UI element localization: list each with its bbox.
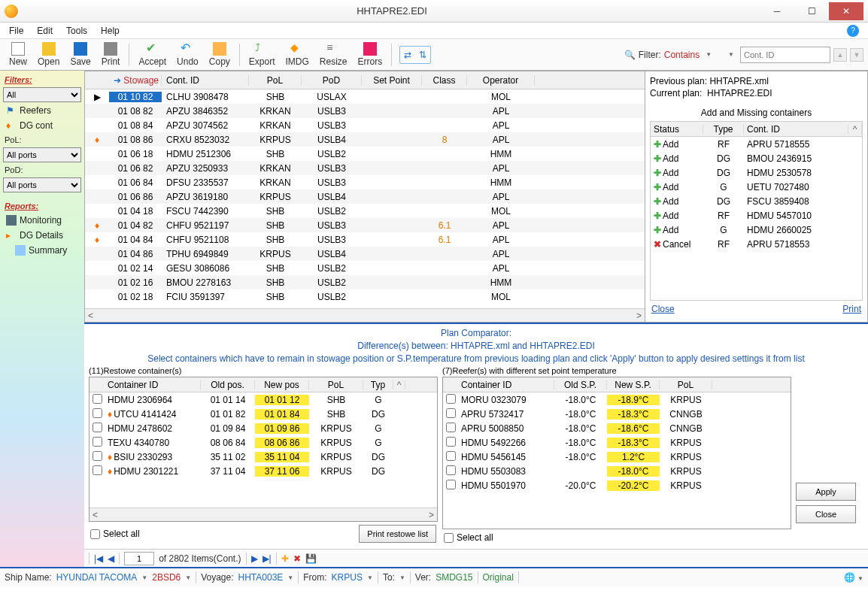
errors-button[interactable]: Errors (354, 41, 387, 68)
imdg-button[interactable]: ◆IMDG (281, 41, 314, 68)
sidebar-dg-details[interactable]: ▸DG Details (3, 229, 81, 242)
sidebar-reefers[interactable]: ⚑Reefers (3, 104, 81, 117)
minimize-button[interactable]: ─ (760, 2, 794, 20)
menu-tools[interactable]: Tools (66, 26, 87, 36)
col-operator[interactable]: Operator (467, 75, 535, 86)
filter-mode[interactable]: Contains (664, 50, 700, 60)
filter-input[interactable] (740, 47, 830, 63)
toggle-left-icon[interactable]: ⇄ (400, 47, 415, 63)
reefer-col-id[interactable]: Container ID (458, 380, 554, 390)
add-missing-table[interactable]: Status Type Cont. ID ^ ✚ AddRFAPRU 57185… (650, 121, 863, 301)
reefer-row[interactable]: HDMU 5456145-18.0°C1.2°CKRPUS (443, 450, 791, 464)
export-button[interactable]: ⤴Export (244, 41, 280, 68)
reefer-table[interactable]: Container ID Old S.P. New S.P. PoL MORU … (442, 377, 791, 529)
grid-row[interactable]: 01 06 18HDMU 2512306SHBUSLB2HMM (85, 147, 645, 161)
restowe-col-id[interactable]: Container ID (105, 380, 201, 390)
save-row-icon[interactable]: 💾 (305, 553, 317, 564)
reefer-row[interactable]: HDMU 5501970-20.0°C-20.2°CKRPUS (443, 478, 791, 492)
restowe-row[interactable]: ♦ UTCU 414142401 01 8201 01 84SHBDG (90, 407, 437, 421)
restowe-row[interactable]: ♦ HDMU 230122137 11 0437 11 06KRPUSDG (90, 464, 437, 478)
pod-select[interactable]: All ports (3, 177, 81, 192)
col-pod[interactable]: PoD (302, 75, 362, 86)
filter-field-dropdown-icon[interactable]: ▼ (725, 51, 737, 58)
rp-row[interactable]: ✚ AddGHDMU 2660025 (651, 223, 862, 237)
scroll-left-icon[interactable]: < (88, 311, 93, 321)
grid-row[interactable]: 01 02 16BMOU 2278163SHBUSLB2HMM (85, 275, 645, 289)
print-button[interactable]: Print (97, 41, 125, 68)
filter-down-icon[interactable]: ▼ (850, 48, 863, 62)
sidebar-monitoring[interactable]: Monitoring (3, 214, 81, 227)
grid-row[interactable]: 01 08 84APZU 3074562KRKANUSLB3APL (85, 118, 645, 132)
rp-row[interactable]: ✖ CancelRFAPRU 5718553 (651, 237, 862, 251)
rp-col-status[interactable]: Status (651, 124, 703, 135)
grid-row[interactable]: 01 02 18FCIU 3591397SHBUSLB2MOL (85, 289, 645, 304)
reefer-row[interactable]: APRU 5008850-18.0°C-18.6°CCNNGB (443, 421, 791, 435)
rp-row[interactable]: ✚ AddDGHDMU 2530578 (651, 165, 862, 180)
filter-mode-dropdown-icon[interactable]: ▼ (703, 51, 715, 58)
main-grid[interactable]: ➜ Stowage Cont. ID PoL PoD Set Point Cla… (84, 71, 645, 323)
grid-row[interactable]: 01 02 14GESU 3086086SHBUSLB2APL (85, 261, 645, 275)
copy-button[interactable]: Copy (205, 41, 235, 68)
sidebar-summary[interactable]: Summary (3, 244, 81, 257)
page-input[interactable] (124, 552, 154, 565)
rp-row[interactable]: ✚ AddDGBMOU 2436915 (651, 151, 862, 165)
from-dropdown-icon[interactable]: ▼ (367, 574, 373, 581)
globe-icon[interactable]: 🌐 ▼ (844, 572, 863, 583)
col-pol[interactable]: PoL (249, 75, 302, 86)
prev-page-icon[interactable]: ◀ (108, 553, 114, 564)
to-dropdown-icon[interactable]: ▼ (399, 574, 405, 581)
reefer-col-new[interactable]: New S.P. (607, 380, 660, 390)
grid-row[interactable]: 01 06 82APZU 3250933KRKANUSLB3APL (85, 161, 645, 175)
code-dropdown-icon[interactable]: ▼ (185, 574, 191, 581)
rp-col-id[interactable]: Cont. ID (744, 124, 848, 135)
col-setpoint[interactable]: Set Point (362, 75, 422, 86)
toggle-group[interactable]: ⇄ ⇅ (399, 46, 431, 64)
reefer-col-pol[interactable]: PoL (660, 380, 712, 390)
ship-value[interactable]: HYUNDAI TACOMA (56, 572, 138, 583)
filter-all-select[interactable]: All (3, 87, 81, 102)
first-page-icon[interactable]: |◀ (94, 553, 103, 564)
rp-scroll-up-icon[interactable]: ^ (848, 124, 862, 135)
ship-dropdown-icon[interactable]: ▼ (141, 574, 147, 581)
restowe-row[interactable]: HDMU 230696401 01 1401 01 12SHBG (90, 392, 437, 407)
restowe-row[interactable]: TEXU 434078008 06 8408 06 86KRPUSG (90, 435, 437, 450)
restowe-col-old[interactable]: Old pos. (201, 380, 255, 390)
open-button[interactable]: Open (33, 41, 64, 68)
grid-row[interactable]: ♦01 04 84CHFU 9521108SHBUSLB36.1APL (85, 232, 645, 247)
accept-button[interactable]: ✔Accept (134, 41, 171, 68)
menu-help[interactable]: Help (101, 26, 120, 36)
col-stowage[interactable]: Stowage (123, 75, 159, 86)
add-row-icon[interactable]: ✚ (281, 553, 289, 564)
grid-row[interactable]: 01 06 84DFSU 2335537KRKANUSLB3HMM (85, 175, 645, 189)
delete-row-icon[interactable]: ✖ (293, 553, 301, 564)
grid-row[interactable]: ▶ 01 10 82CLHU 3908478SHBUSLAXMOL (85, 89, 645, 104)
rp-row[interactable]: ✚ AddRFHDMU 5457010 (651, 208, 862, 223)
last-page-icon[interactable]: ▶| (263, 553, 272, 564)
restowe-col-pol[interactable]: PoL (309, 380, 363, 390)
grid-row[interactable]: ♦01 08 86CRXU 8523032KRPUSUSLB48APL (85, 132, 645, 147)
grid-row[interactable]: 01 04 86TPHU 6949849KRPUSUSLB4APL (85, 247, 645, 261)
rp-close-link[interactable]: Close (651, 304, 675, 314)
restowe-scroll-up-icon[interactable]: ^ (393, 380, 405, 390)
print-restowe-button[interactable]: Print restowe list (359, 525, 436, 543)
restowe-row[interactable]: ♦ BSIU 233029335 11 0235 11 04KRPUSDG (90, 450, 437, 464)
resize-button[interactable]: ≡Resize (315, 41, 352, 68)
reefer-row[interactable]: APRU 5732417-18.0°C-18.3°CCNNGB (443, 407, 791, 421)
rp-row[interactable]: ✚ AddGUETU 7027480 (651, 180, 862, 194)
grid-row[interactable]: 01 06 86APZU 3619180KRPUSUSLB4APL (85, 189, 645, 204)
reefer-row[interactable]: MORU 0323079-18.0°C-18.9°CKRPUS (443, 392, 791, 407)
reefer-select-all[interactable]: Select all (444, 532, 493, 543)
rp-print-link[interactable]: Print (842, 304, 861, 314)
maximize-button[interactable]: ☐ (794, 2, 829, 20)
reefer-row[interactable]: HDMU 5492266-18.0°C-18.3°CKRPUS (443, 435, 791, 450)
grid-row[interactable]: 01 08 82APZU 3846352KRKANUSLB3APL (85, 104, 645, 118)
col-contid[interactable]: Cont. ID (162, 75, 249, 86)
filter-up-icon[interactable]: ▲ (833, 48, 847, 62)
restowe-col-typ[interactable]: Typ (363, 380, 393, 390)
restowe-col-new[interactable]: New pos (255, 380, 309, 390)
sidebar-dg[interactable]: ♦DG cont (3, 119, 81, 132)
help-icon[interactable]: ? (847, 25, 859, 37)
next-page-icon[interactable]: ▶ (251, 553, 258, 564)
rp-row[interactable]: ✚ AddDGFSCU 3859408 (651, 194, 862, 208)
reefer-row[interactable]: HDMU 5503083-18.0°CKRPUS (443, 464, 791, 478)
